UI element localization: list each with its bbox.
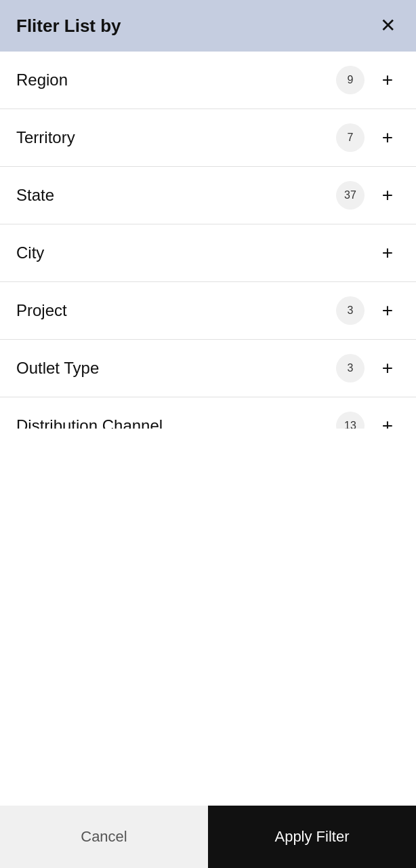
filter-label-territory: Territory [16,128,75,147]
filter-expand-region[interactable]: + [375,68,400,92]
filter-right-state: 37+ [336,181,400,210]
filter-badge-region: 9 [336,66,365,94]
filter-label-region: Region [16,71,68,90]
filter-badge-territory: 7 [336,123,365,152]
filter-expand-distribution-channel[interactable]: + [375,414,400,429]
filter-item-region[interactable]: Region9+ [0,52,416,109]
filter-right-project: 3+ [336,296,400,325]
header: Fliter List by ✕ [0,0,416,52]
close-button[interactable]: ✕ [375,14,400,38]
filter-item-city[interactable]: City+ [0,224,416,282]
filter-label-state: State [16,186,54,205]
filter-expand-project[interactable]: + [375,298,400,323]
filter-expand-outlet-type[interactable]: + [375,356,400,380]
filter-badge-distribution-channel: 13 [336,412,365,429]
filter-item-territory[interactable]: Territory7+ [0,109,416,167]
filter-badge-outlet-type: 3 [336,354,365,382]
filter-expand-city[interactable]: + [375,241,400,265]
filter-right-city: + [336,239,400,267]
apply-filter-button[interactable]: Apply Filter [208,806,416,868]
filter-right-region: 9+ [336,66,400,94]
cancel-button[interactable]: Cancel [0,806,208,868]
filter-item-state[interactable]: State37+ [0,167,416,224]
filter-badge-project: 3 [336,296,365,325]
filter-right-territory: 7+ [336,123,400,152]
filter-item-outlet-type[interactable]: Outlet Type3+ [0,340,416,397]
filter-label-distribution-channel: Distribution Channel [16,416,163,429]
footer: Cancel Apply Filter [0,806,416,868]
filter-label-city: City [16,243,44,262]
filter-expand-state[interactable]: + [375,183,400,208]
header-title: Fliter List by [16,16,121,37]
filter-label-outlet-type: Outlet Type [16,359,99,378]
filter-right-distribution-channel: 13+ [336,412,400,429]
filter-expand-territory[interactable]: + [375,125,400,150]
filter-right-outlet-type: 3+ [336,354,400,382]
filter-item-distribution-channel[interactable]: Distribution Channel13+ [0,397,416,429]
spacer [0,429,416,806]
filter-badge-state: 37 [336,181,365,210]
filter-item-project[interactable]: Project3+ [0,282,416,340]
filter-label-project: Project [16,301,67,320]
filter-list: Region9+Territory7+State37+City+Project3… [0,52,416,429]
